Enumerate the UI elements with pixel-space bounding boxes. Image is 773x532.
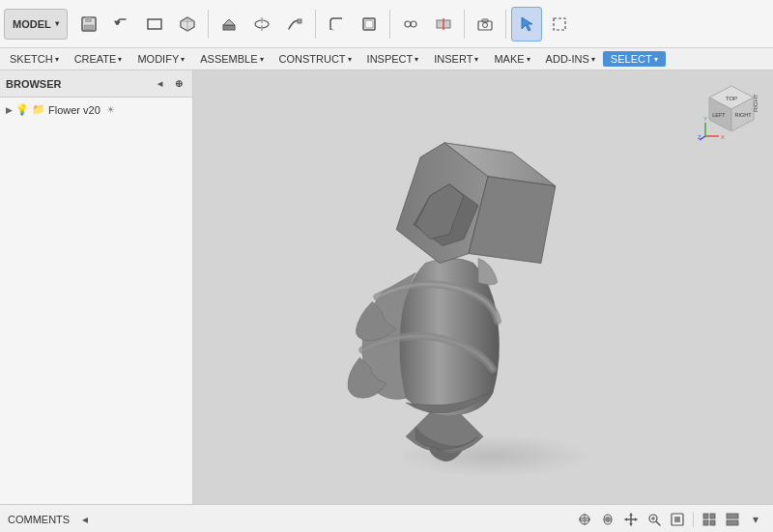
svg-rect-50 (703, 520, 708, 525)
svg-rect-47 (674, 517, 680, 522)
menu-sketch[interactable]: SKETCH ▾ (2, 51, 67, 67)
tree-item-lightbulb: ☀ (106, 104, 115, 115)
svg-rect-22 (554, 18, 565, 30)
svg-rect-3 (148, 19, 161, 29)
menu-bar: SKETCH ▾ CREATE ▾ MODIFY ▾ ASSEMBLE ▾ CO… (0, 48, 773, 70)
sweep-btn[interactable] (279, 7, 310, 42)
svg-point-20 (482, 22, 487, 27)
bottom-tools: ▾ (575, 510, 765, 529)
3d-cube-btn[interactable] (172, 7, 203, 42)
svg-text:LEFT: LEFT (712, 112, 726, 118)
model-label: MODEL (13, 18, 51, 30)
svg-point-14 (405, 21, 411, 27)
bottom-separator (693, 512, 694, 527)
svg-rect-2 (84, 25, 94, 30)
browser-collapse-btn[interactable]: ◂ (152, 76, 167, 92)
revolve-btn[interactable] (246, 7, 277, 42)
browser-panel: BROWSER ◂ ⊕ ▶ 💡 📁 Flower v20 ☀ (0, 70, 193, 504)
tree-file-icon: 📁 (32, 103, 45, 116)
svg-point-15 (411, 21, 416, 27)
svg-rect-13 (365, 20, 373, 28)
menu-create[interactable]: CREATE ▾ (67, 51, 130, 67)
main-area: BROWSER ◂ ⊕ ▶ 💡 📁 Flower v20 ☀ (0, 70, 773, 504)
svg-point-41 (605, 517, 611, 522)
sketch-rect-btn[interactable] (139, 7, 170, 42)
shell-btn[interactable] (354, 7, 385, 42)
svg-text:X: X (721, 134, 725, 140)
svg-text:RIGHT: RIGHT (753, 94, 759, 112)
sep1 (208, 10, 209, 39)
zoom-btn[interactable] (644, 510, 664, 529)
menu-inspect[interactable]: INSPECT ▾ (359, 51, 427, 67)
sep5 (505, 10, 506, 39)
browser-header: BROWSER ◂ ⊕ (0, 70, 192, 98)
comments-section: COMMENTS ◂ (8, 510, 95, 529)
toolbar: MODEL ▾ (0, 0, 773, 70)
comments-label: COMMENTS (8, 514, 70, 525)
view-mode-btn1[interactable] (700, 510, 719, 529)
section-btn[interactable] (428, 7, 459, 42)
model-dropdown-arrow: ▾ (55, 19, 59, 28)
bottom-bar: COMMENTS ◂ (0, 504, 773, 532)
svg-rect-7 (223, 25, 235, 30)
browser-tree: ▶ 💡 📁 Flower v20 ☀ (0, 98, 192, 122)
sep3 (389, 10, 390, 39)
viewcube[interactable]: TOP LEFT RIGHT X Y Z RIGHT (698, 78, 765, 146)
select-box-btn[interactable] (544, 7, 575, 42)
svg-marker-8 (223, 19, 235, 25)
extrude-btn[interactable] (214, 7, 244, 42)
menu-assemble[interactable]: ASSEMBLE ▾ (192, 51, 271, 67)
menu-construct[interactable]: CONSTRUCT ▾ (272, 51, 359, 67)
save-icon-btn[interactable] (73, 7, 104, 42)
browser-title: BROWSER (6, 78, 61, 90)
orbit-btn[interactable] (598, 510, 617, 529)
menu-add-ins[interactable]: ADD-INS ▾ (538, 51, 603, 67)
comments-expand-btn[interactable]: ◂ (75, 510, 95, 529)
toolbar-top: MODEL ▾ (0, 0, 773, 48)
tree-expand-arrow: ▶ (6, 105, 13, 115)
joint-btn[interactable] (395, 7, 426, 42)
svg-rect-51 (710, 520, 715, 525)
svg-rect-48 (703, 514, 708, 518)
svg-text:TOP: TOP (726, 96, 737, 101)
svg-line-43 (657, 521, 661, 525)
menu-modify[interactable]: MODIFY ▾ (129, 51, 192, 67)
menu-make[interactable]: MAKE ▾ (486, 51, 537, 67)
pan-btn[interactable] (621, 510, 641, 529)
menu-insert[interactable]: INSERT ▾ (426, 51, 486, 67)
sep2 (315, 10, 316, 39)
svg-rect-53 (727, 520, 738, 525)
grid-btn[interactable] (575, 510, 594, 529)
tree-visibility-icon[interactable]: 💡 (15, 103, 29, 116)
sep4 (464, 10, 465, 39)
view-settings-btn[interactable]: ▾ (746, 510, 765, 529)
svg-text:Y: Y (703, 116, 707, 122)
view-mode-btn2[interactable] (723, 510, 742, 529)
svg-rect-1 (85, 17, 92, 22)
fit-view-btn[interactable] (668, 510, 687, 529)
svg-rect-11 (298, 19, 301, 23)
svg-rect-52 (727, 514, 738, 518)
viewport[interactable]: TOP LEFT RIGHT X Y Z RIGHT (193, 70, 773, 504)
browser-settings-btn[interactable]: ⊕ (171, 76, 186, 92)
fillet-btn[interactable] (321, 7, 352, 42)
undo-btn[interactable] (106, 7, 137, 42)
browser-controls: ◂ ⊕ (152, 76, 186, 92)
svg-text:Z: Z (698, 134, 701, 140)
toolbar-icons-group (73, 7, 769, 42)
svg-rect-49 (710, 514, 715, 518)
menu-select[interactable]: SELECT ▾ (603, 51, 666, 67)
camera-btn[interactable] (470, 7, 501, 42)
model-button[interactable]: MODEL ▾ (4, 9, 68, 40)
svg-text:RIGHT: RIGHT (734, 112, 752, 118)
select-btn[interactable] (511, 7, 542, 42)
tree-item-flower[interactable]: ▶ 💡 📁 Flower v20 ☀ (4, 101, 188, 118)
tree-item-label: Flower v20 (48, 104, 100, 116)
